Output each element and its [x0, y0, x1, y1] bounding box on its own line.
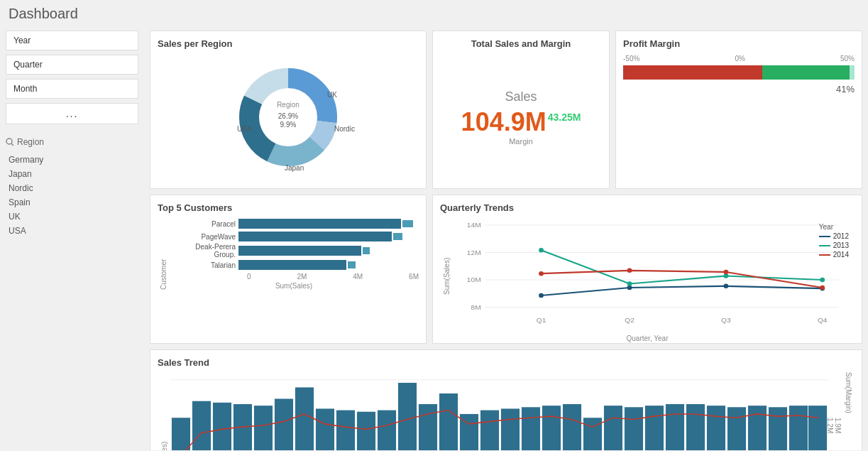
svg-rect-74 [769, 407, 787, 450]
svg-text:Q4: Q4 [818, 317, 828, 325]
svg-point-37 [723, 270, 728, 275]
svg-rect-76 [808, 406, 827, 450]
sales-value: 104.9M43.25M [461, 107, 581, 137]
profit-margin-title: Profit Margin [623, 38, 855, 49]
quarterly-title: Quarterly Trends [440, 202, 855, 213]
svg-text:14M: 14M [467, 221, 481, 229]
profit-bar-negative [623, 65, 762, 80]
svg-rect-58 [439, 393, 458, 450]
svg-rect-50 [275, 399, 293, 451]
svg-rect-55 [378, 411, 396, 450]
svg-rect-51 [295, 387, 314, 450]
sales-trend-card: Sales Trend Sum(Sales) 5M 2.5M 0 [150, 349, 862, 450]
top5-x-label: Sum(Sales) [169, 282, 419, 290]
bar-fill-small-pagewave [393, 233, 402, 240]
quarterly-x-label: Quarter, Year [440, 335, 855, 342]
dashboard-title: Dashboard [0, 0, 868, 25]
region-filter: Region Germany Japan Nordic Spain UK USA [6, 134, 138, 238]
region-list: Germany Japan Nordic Spain UK USA [6, 153, 138, 238]
svg-rect-69 [666, 404, 684, 450]
sales-region-title: Sales per Region [158, 38, 419, 49]
legend-year-label: Year [819, 223, 849, 231]
bar-fill-pagewave [238, 232, 392, 241]
svg-rect-46 [192, 401, 211, 450]
bar-fill-small-paracel [402, 220, 413, 227]
main-content: Sales per Region Region [144, 25, 868, 450]
region-germany[interactable]: Germany [6, 153, 138, 167]
table-row: Talarian [172, 259, 419, 271]
svg-rect-70 [686, 404, 705, 450]
sidebar: Year Quarter Month ... Region Germany Ja… [0, 25, 144, 450]
legend-2012: 2012 [819, 232, 849, 240]
svg-rect-75 [789, 406, 808, 450]
svg-rect-66 [604, 406, 622, 450]
quarterly-y-label: Sum(Sales) [440, 217, 453, 335]
year-filter[interactable]: Year [6, 31, 138, 50]
svg-rect-64 [563, 404, 581, 450]
profit-margin-card: Profit Margin -50% 0% 50% 41% [615, 31, 862, 189]
svg-point-29 [723, 284, 728, 289]
svg-text:Nordic: Nordic [334, 125, 355, 133]
region-search[interactable]: Region [6, 134, 138, 150]
legend-2013-line [819, 245, 830, 246]
table-row: Deak-Perera Group. [172, 243, 419, 259]
legend-2012-label: 2012 [833, 232, 849, 240]
region-usa[interactable]: USA [6, 224, 138, 238]
table-row: Paracel [172, 217, 419, 230]
svg-rect-63 [542, 406, 561, 450]
region-nordic[interactable]: Nordic [6, 181, 138, 195]
donut-chart-container: Region [158, 53, 419, 181]
svg-point-36 [627, 268, 632, 273]
svg-text:8M: 8M [471, 303, 480, 311]
bar-fill-small-deak [363, 247, 370, 254]
legend-2014-line [819, 254, 830, 256]
svg-rect-68 [645, 406, 664, 450]
svg-rect-57 [419, 404, 437, 450]
bar-fill-paracel [238, 219, 401, 229]
svg-text:Japan: Japan [285, 164, 304, 172]
top5-y-axis: Customer [158, 217, 169, 331]
svg-text:Region: Region [277, 101, 300, 109]
sales-trend-svg: 5M 2.5M 0 [170, 372, 829, 450]
svg-text:USA: USA [237, 125, 252, 133]
svg-point-27 [539, 293, 544, 298]
svg-text:26.9%: 26.9% [278, 112, 298, 120]
svg-point-38 [820, 286, 825, 290]
more-filters[interactable]: ... [6, 103, 138, 124]
legend-2012-line [819, 236, 830, 237]
svg-rect-53 [336, 411, 355, 450]
profit-bar: -50% 0% 50% 41% [623, 55, 855, 94]
quarter-filter[interactable]: Quarter [6, 55, 138, 75]
legend-2014: 2014 [819, 251, 849, 259]
svg-text:Q1: Q1 [537, 317, 546, 325]
top-row: Sales per Region Region [150, 31, 862, 189]
svg-rect-71 [707, 406, 725, 450]
donut-chart: Region [210, 53, 366, 181]
legend-2014-label: 2014 [833, 251, 849, 259]
table-row: PageWave [172, 230, 419, 243]
total-sales-card: Total Sales and Margin Sales 104.9M43.25… [432, 31, 610, 189]
region-uk[interactable]: UK [6, 210, 138, 224]
profit-percent: 41% [623, 84, 855, 94]
region-japan[interactable]: Japan [6, 167, 138, 181]
svg-rect-73 [748, 406, 767, 450]
svg-point-31 [539, 248, 544, 253]
bar-fill-small-talarian [348, 261, 355, 268]
top5-bars: Paracel PageWave [169, 217, 419, 271]
svg-text:12M: 12M [467, 249, 481, 256]
profit-bar-labels: -50% 0% 50% [623, 55, 855, 63]
sales-per-region-card: Sales per Region Region [150, 31, 427, 189]
quarterly-trends-card: Quarterly Trends Sum(Sales) 14M 12M [432, 195, 862, 344]
region-spain[interactable]: Spain [6, 195, 138, 210]
svg-rect-72 [727, 407, 746, 450]
month-filter[interactable]: Month [6, 79, 138, 99]
top5-chart: Customer Paracel PageWave [158, 217, 419, 331]
svg-point-0 [6, 138, 12, 144]
svg-rect-56 [398, 383, 417, 450]
svg-point-34 [820, 278, 825, 283]
svg-rect-61 [501, 408, 520, 450]
svg-rect-60 [480, 411, 499, 450]
svg-rect-67 [625, 407, 643, 450]
svg-rect-65 [583, 418, 602, 450]
svg-rect-62 [522, 407, 540, 450]
